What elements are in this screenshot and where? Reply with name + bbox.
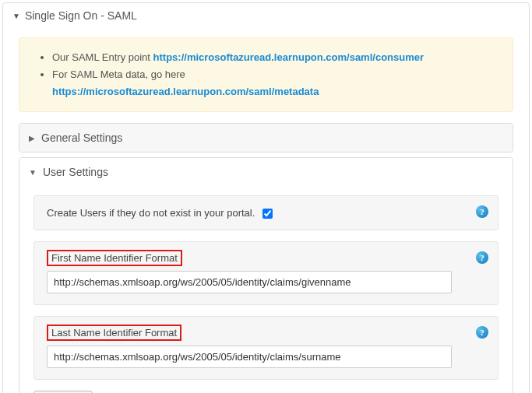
user-settings-section: ▼ User Settings Create Users if they do … <box>19 157 513 393</box>
general-settings-section: ▶ General Settings <box>19 123 513 153</box>
collapse-triangle-icon: ▼ <box>12 12 20 20</box>
first-name-label: First Name Identifier Format <box>47 250 182 266</box>
page-title: Single Sign On - SAML <box>25 9 137 22</box>
saml-entry-point-link[interactable]: https://microsoftazuread.learnupon.com/s… <box>153 51 424 63</box>
saml-metadata-link[interactable]: https://microsoftazuread.learnupon.com/s… <box>52 86 319 97</box>
help-icon[interactable]: ? <box>476 205 488 218</box>
first-name-row: First Name Identifier Format ? <box>33 241 499 305</box>
sso-saml-panel: ▼ Single Sign On - SAML Our SAML Entry p… <box>2 2 530 393</box>
help-icon[interactable]: ? <box>476 326 488 339</box>
collapse-triangle-icon: ▼ <box>29 168 37 177</box>
create-users-label: Create Users if they do not exist in you… <box>47 207 255 219</box>
panel-body: Our SAML Entry point https://microsoftaz… <box>3 28 529 393</box>
info-callout: Our SAML Entry point https://microsoftaz… <box>19 37 513 112</box>
create-users-row: Create Users if they do not exist in you… <box>33 195 499 230</box>
info-line-1: Our SAML Entry point https://microsoftaz… <box>52 49 499 66</box>
info-line-1-text: Our SAML Entry point <box>52 51 153 63</box>
create-users-checkbox[interactable] <box>262 209 273 219</box>
general-settings-header[interactable]: ▶ General Settings <box>19 124 513 152</box>
general-settings-title: General Settings <box>41 132 122 144</box>
user-settings-content: Create Users if they do not exist in you… <box>19 186 513 393</box>
expand-triangle-icon: ▶ <box>29 134 35 142</box>
last-name-row: Last Name Identifier Format ? <box>33 316 499 380</box>
user-settings-title: User Settings <box>43 166 108 178</box>
first-name-identifier-input[interactable] <box>47 271 452 293</box>
last-name-identifier-input[interactable] <box>47 346 452 368</box>
help-icon[interactable]: ? <box>476 251 488 264</box>
user-settings-header[interactable]: ▼ User Settings <box>19 158 513 186</box>
info-line-2: For SAML Meta data, go here https://micr… <box>52 66 499 100</box>
info-line-2-text: For SAML Meta data, go here <box>52 68 185 80</box>
last-name-label: Last Name Identifier Format <box>47 325 181 341</box>
page-title-header[interactable]: ▼ Single Sign On - SAML <box>3 3 529 28</box>
